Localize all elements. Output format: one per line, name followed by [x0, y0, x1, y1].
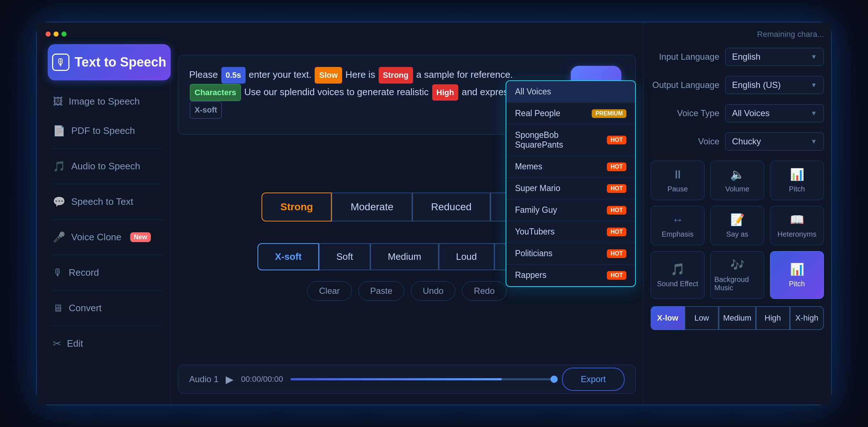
- effect-volume-label: Volume: [725, 185, 749, 193]
- sound-icon: 🎵: [671, 262, 685, 276]
- effect-pause[interactable]: ⏸ Pause: [651, 161, 705, 200]
- effect-pitch-top[interactable]: 📊 Pitch: [770, 161, 824, 200]
- voice-label: Voice: [651, 136, 719, 147]
- paste-button[interactable]: Paste: [358, 281, 404, 301]
- emphasis-icon: ↔: [672, 213, 684, 227]
- effect-sound[interactable]: 🎵 Sound Effect: [651, 251, 705, 299]
- sidebar-item-pdf-to-speech[interactable]: 📄 PDF to Speech: [44, 117, 170, 145]
- sidebar-item-audio-to-speech[interactable]: 🎵 Audio to Speech: [44, 152, 170, 180]
- voice-type-row: Voice Type All Voices ▼: [651, 104, 824, 122]
- tag-slow[interactable]: Slow: [315, 67, 342, 84]
- effect-say-as[interactable]: 📝 Say as: [710, 206, 764, 245]
- remaining-chars: Remaining chara...: [757, 30, 824, 39]
- main-window: 🎙 Text to Speech 🖼 Image to Speech 📄 PDF…: [36, 22, 832, 405]
- brand-logo: 🎙 Text to Speech: [48, 44, 171, 80]
- output-language-select[interactable]: English (US) ▼: [725, 76, 824, 94]
- volume-medium-btn[interactable]: Medium: [370, 243, 438, 270]
- text-normal-2: enter your text.: [249, 69, 314, 80]
- voice-type-label: Voice Type: [651, 108, 719, 118]
- sidebar-item-image-to-speech[interactable]: 🖼 Image to Speech: [44, 88, 170, 115]
- tag-05s[interactable]: 0.5s: [221, 67, 246, 84]
- undo-button[interactable]: Undo: [411, 281, 455, 301]
- tag-high[interactable]: High: [432, 84, 459, 101]
- effect-emphasis-label: Emphasis: [662, 230, 694, 238]
- new-badge: New: [130, 232, 151, 242]
- chevron-down-icon-3: ▼: [810, 110, 817, 117]
- tag-strong[interactable]: Strong: [379, 67, 413, 84]
- pitch-xlow-btn[interactable]: X-low: [651, 306, 685, 330]
- maximize-button[interactable]: [61, 31, 67, 37]
- volume-xsoft-btn[interactable]: X-soft: [258, 243, 319, 270]
- export-button[interactable]: Export: [562, 368, 625, 391]
- clear-button[interactable]: Clear: [307, 281, 352, 301]
- close-button[interactable]: [46, 31, 51, 37]
- text-normal-5: Use our splendid voices to generate real…: [244, 86, 431, 97]
- tag-characters[interactable]: Characters: [190, 84, 241, 101]
- emphasis-strong-btn[interactable]: Strong: [261, 193, 332, 221]
- dropdown-memes[interactable]: Memes HOT: [506, 156, 635, 178]
- dropdown-youtubers[interactable]: YouTubers HOT: [506, 221, 635, 243]
- dropdown-spongebob[interactable]: SpongeBob SquarePants HOT: [506, 124, 635, 156]
- chevron-down-icon-4: ▼: [810, 138, 817, 145]
- effect-sound-label: Sound Effect: [657, 280, 698, 288]
- input-language-row: Input Language English ▼: [651, 48, 824, 66]
- voice-select[interactable]: Chucky ▼: [725, 132, 824, 151]
- pitch-xhigh-btn[interactable]: X-high: [790, 306, 824, 330]
- effect-pause-label: Pause: [667, 185, 688, 193]
- effect-volume[interactable]: 🔈 Volume: [710, 161, 764, 200]
- sidebar-divider-1: [51, 148, 163, 149]
- dropdown-family-guy[interactable]: Family Guy HOT: [506, 199, 635, 221]
- sidebar-divider-2: [51, 184, 163, 184]
- effect-emphasis[interactable]: ↔ Emphasis: [651, 206, 705, 245]
- dropdown-rappers[interactable]: Rappers HOT: [506, 265, 635, 286]
- hot-badge-1: HOT: [607, 136, 626, 144]
- progress-dot: [550, 376, 558, 383]
- voice-type-select[interactable]: All Voices ▼: [725, 104, 824, 122]
- effect-heteronyms[interactable]: 📖 Heteronyms: [770, 206, 824, 245]
- voice-clone-icon: 🎤: [53, 231, 65, 243]
- sidebar-divider-6: [51, 326, 163, 326]
- dropdown-politicians[interactable]: Politicians HOT: [506, 243, 635, 265]
- hot-badge-7: HOT: [607, 271, 626, 280]
- pitch-low-btn[interactable]: Low: [685, 306, 719, 330]
- play-button[interactable]: ▶: [226, 373, 234, 385]
- hot-badge-6: HOT: [607, 249, 626, 258]
- emphasis-reduced-btn[interactable]: Reduced: [412, 193, 490, 221]
- tag-xsoft[interactable]: X-soft: [190, 101, 222, 119]
- input-language-select[interactable]: English ▼: [725, 48, 824, 66]
- sidebar-item-convert[interactable]: 🖥 Convert: [44, 294, 170, 322]
- text-normal-1: Please: [189, 69, 221, 80]
- sidebar-divider-4: [51, 255, 163, 255]
- pitch-medium-btn[interactable]: Medium: [719, 306, 756, 330]
- effect-pitch-active[interactable]: 📊 Pitch: [770, 251, 824, 299]
- hot-badge-5: HOT: [607, 228, 626, 236]
- pitch-high-btn[interactable]: High: [756, 306, 790, 330]
- chevron-down-icon: ▼: [810, 53, 817, 61]
- text-normal-4: a sample for reference.: [416, 69, 513, 80]
- say-as-icon: 📝: [730, 213, 745, 227]
- emphasis-moderate-btn[interactable]: Moderate: [332, 193, 412, 221]
- audio-label: Audio 1: [189, 374, 218, 384]
- volume-soft-btn[interactable]: Soft: [319, 243, 370, 270]
- sidebar-item-voice-clone[interactable]: 🎤 Voice Clone New: [44, 223, 170, 251]
- minimize-button[interactable]: [54, 31, 59, 37]
- record-icon: 🎙: [53, 267, 63, 279]
- hot-badge-3: HOT: [607, 184, 626, 193]
- effect-say-as-label: Say as: [726, 230, 748, 238]
- brand-title: Text to Speech: [75, 55, 166, 70]
- sidebar-item-record[interactable]: 🎙 Record: [44, 259, 170, 287]
- speech-text-icon: 💬: [53, 196, 65, 208]
- sidebar-item-edit[interactable]: ✂ Edit: [44, 330, 170, 358]
- dropdown-real-people[interactable]: Real People PREMIUM: [506, 103, 635, 124]
- effect-bg-music[interactable]: 🎶 Backgroud Music: [710, 251, 764, 299]
- volume-loud-btn[interactable]: Loud: [439, 243, 494, 270]
- sidebar-item-speech-to-text[interactable]: 💬 Speech to Text: [44, 188, 170, 216]
- dropdown-all-voices[interactable]: All Voices: [506, 81, 635, 103]
- effect-bg-music-label: Backgroud Music: [714, 275, 760, 292]
- right-panel: Remaining chara... Input Language Englis…: [643, 22, 831, 405]
- sidebar-divider-5: [51, 290, 163, 291]
- redo-button[interactable]: Redo: [462, 281, 506, 301]
- progress-bar[interactable]: [290, 378, 555, 380]
- hot-badge-4: HOT: [607, 206, 626, 215]
- dropdown-super-mario[interactable]: Super Mario HOT: [506, 178, 635, 199]
